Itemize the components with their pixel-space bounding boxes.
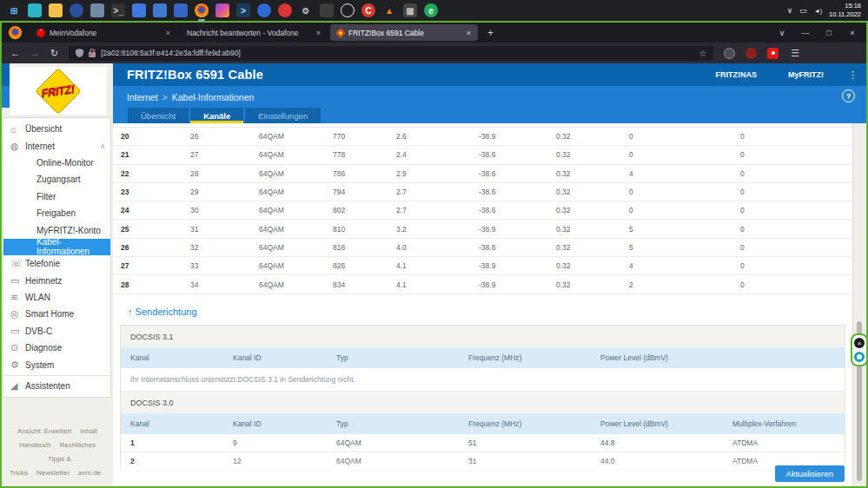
sidebar-item-filter[interactable]: Filter	[3, 188, 110, 205]
tab--bersicht[interactable]: Übersicht	[128, 108, 189, 123]
sidebar-item-kabel-informationen[interactable]: Kabel-Informationen	[3, 239, 110, 255]
record-app-icon[interactable]	[278, 3, 292, 17]
browser-tab-2[interactable]: Nachricht beantworten - Vodafone×	[180, 24, 328, 41]
media-app-icon[interactable]	[215, 3, 229, 17]
sidebar-item-internet[interactable]: ◍Internet∧	[3, 137, 110, 154]
cell: 0	[621, 188, 732, 196]
extension-record-icon[interactable]	[767, 48, 779, 59]
share-close-icon[interactable]: ×	[854, 338, 865, 348]
tab-close-icon[interactable]: ×	[166, 29, 170, 37]
tray-screen-icon[interactable]: ▭	[799, 6, 807, 15]
lock-icon[interactable]	[89, 49, 96, 57]
back-button[interactable]: ←	[10, 48, 20, 58]
cell: -38.9	[471, 261, 548, 270]
url-text[interactable]: [2a02:8108:5a3f:e414:2e3a:fdff:fe9d:ab90…	[101, 49, 693, 57]
sidebar-item-assistenten[interactable]: ◢Assistenten	[3, 378, 110, 394]
restore-button[interactable]: □	[818, 29, 839, 37]
tray-chevron-icon[interactable]: ∨	[787, 6, 793, 15]
cell: 0	[732, 243, 852, 252]
chart-app-icon[interactable]	[174, 3, 188, 17]
sidebar-item-zugangsart[interactable]: Zugangsart	[3, 171, 110, 188]
sidebar-item-heimnetz[interactable]: ▭Heimnetz	[3, 273, 110, 289]
cell: 2.9	[388, 169, 471, 178]
tab-close-icon[interactable]: ×	[316, 29, 321, 37]
sidebar-item-online-monitor[interactable]: Online-Monitor	[3, 155, 110, 171]
cell: 31	[182, 225, 251, 234]
app-blue-icon[interactable]	[257, 3, 271, 17]
extension-mask-icon[interactable]	[724, 48, 735, 59]
sidebar-item-system[interactable]: ⚙System	[3, 356, 110, 373]
sidebar-item-diagnose[interactable]: ⊙Diagnose	[3, 340, 110, 356]
footer-link[interactable]: Rechtliches	[60, 441, 96, 449]
terminal-icon[interactable]: >_	[111, 3, 125, 17]
device-app-icon[interactable]	[320, 3, 334, 17]
scrollbar-track[interactable]	[853, 123, 866, 486]
browser-tab-1[interactable]: ’MeinVodafone×	[30, 24, 177, 41]
ccleaner-icon[interactable]: C	[361, 3, 375, 17]
circle-app-icon[interactable]	[341, 3, 354, 17]
breadcrumb-section[interactable]: Internet	[127, 92, 158, 102]
column-header: Kanal	[121, 419, 223, 428]
fritz-logo-card[interactable]: FRITZ!	[10, 67, 107, 115]
cell: 802	[325, 206, 388, 214]
capture-app-icon[interactable]: ▦	[403, 3, 417, 17]
file-explorer-icon[interactable]	[49, 3, 63, 17]
app-laptop-icon[interactable]	[90, 3, 104, 17]
sidebar-item-myfritz-konto[interactable]: MyFRITZ!-Konto	[3, 221, 110, 238]
reload-button[interactable]: ↻	[50, 48, 58, 59]
footer-link[interactable]: Newsletter	[36, 469, 70, 477]
extension-vodafone-icon[interactable]	[745, 48, 757, 59]
sidebar-item-telefonie[interactable]: ☏Telefonie	[3, 255, 110, 272]
chevron-up-icon[interactable]: ∧	[100, 142, 105, 150]
share-camera-icon[interactable]	[854, 352, 865, 362]
myfritz-link[interactable]: MyFRITZ!	[788, 70, 824, 79]
app-mail-icon[interactable]	[28, 3, 42, 17]
photos-icon[interactable]	[153, 3, 167, 17]
tab-einstellungen[interactable]: Einstellungen	[245, 108, 321, 123]
column-header: Typ	[327, 419, 459, 428]
close-window-button[interactable]: ×	[842, 29, 863, 37]
e-app-icon[interactable]: e	[424, 3, 438, 17]
footer-line: HandbuchRechtliches	[2, 439, 113, 452]
help-icon[interactable]: ?	[842, 89, 855, 102]
start-icon[interactable]: ⊞	[7, 3, 21, 17]
footer-link[interactable]: avm.de	[78, 469, 101, 477]
sidebar-item-label: Freigaben	[36, 208, 76, 218]
browser-tab-3[interactable]: FRITZ!Box 6591 Cable×	[330, 24, 478, 41]
sidebar-item-smart-home[interactable]: ◎Smart Home	[3, 306, 110, 322]
kebab-menu-icon[interactable]: ⋮	[848, 69, 858, 81]
sidebar-item-dvb-c[interactable]: ▭DVB-C	[3, 323, 110, 340]
ms-store-icon[interactable]	[132, 3, 146, 17]
minimize-button[interactable]: —	[795, 29, 816, 37]
sidebar-item-freigaben[interactable]: Freigaben	[3, 205, 110, 221]
cell: 810	[325, 225, 388, 234]
new-tab-button[interactable]: +	[480, 27, 500, 39]
tab-kan-le[interactable]: Kanäle	[190, 108, 243, 123]
column-header: Kanal ID	[223, 419, 327, 428]
vlc-icon[interactable]: ▲	[382, 3, 396, 17]
tab-close-icon[interactable]: ×	[467, 29, 471, 37]
sidebar-item-label: Online-Monitor	[36, 158, 94, 168]
fritznas-link[interactable]: FRITZ!NAS	[716, 70, 758, 79]
forward-button[interactable]: →	[30, 48, 40, 58]
page-title: FRITZ!Box 6591 Cable	[127, 68, 685, 82]
dvb-c-icon: ▭	[10, 326, 25, 337]
app-globe-icon[interactable]	[70, 3, 83, 17]
shield-icon[interactable]	[76, 49, 83, 57]
list-tabs-button[interactable]: ∨	[772, 29, 792, 37]
footer-link[interactable]: Ansicht: Erweitert	[17, 427, 71, 435]
refresh-button[interactable]: Aktualisieren	[775, 465, 845, 482]
footer-link[interactable]: Inhalt	[80, 427, 97, 435]
tray-clock[interactable]: 15:16 10.11.2022	[829, 2, 861, 19]
firefox-icon[interactable]	[195, 3, 209, 17]
sidebar-item-uebersicht[interactable]: ⌂Übersicht	[3, 121, 110, 137]
settings-gear-icon[interactable]: ⚙	[299, 3, 313, 17]
url-bar[interactable]: [2a02:8108:5a3f:e414:2e3a:fdff:fe9d:ab90…	[69, 46, 713, 61]
tray-speaker-icon[interactable]: ◄)	[814, 8, 822, 14]
browser-menu-button[interactable]: ☰	[791, 48, 799, 59]
firefox-logo-icon[interactable]	[9, 26, 22, 39]
bookmark-star-icon[interactable]: ☆	[699, 49, 706, 58]
footer-link[interactable]: Handbuch	[19, 441, 50, 449]
sidebar-item-wlan[interactable]: ≋WLAN	[3, 289, 110, 306]
powershell-icon[interactable]: >	[236, 3, 250, 17]
